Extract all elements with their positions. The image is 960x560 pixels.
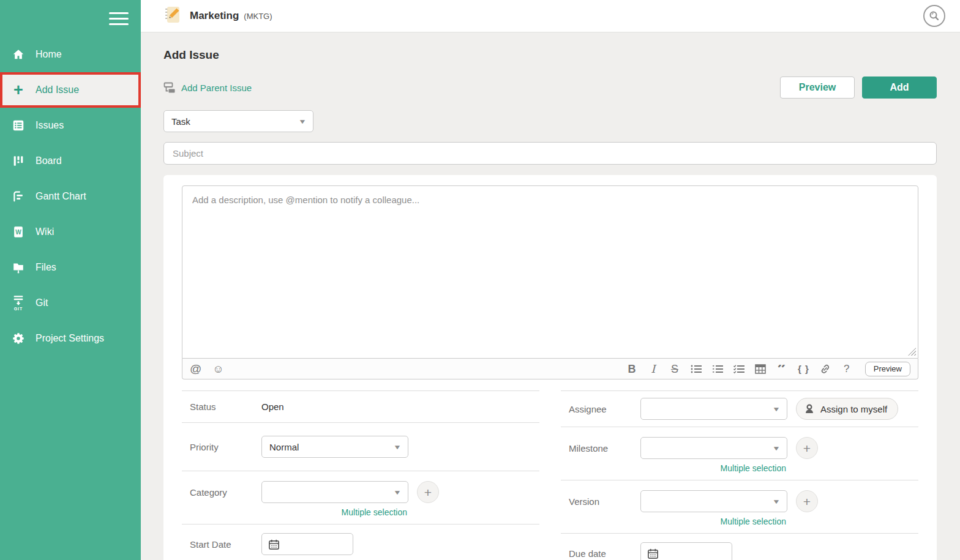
- due-date-input[interactable]: [640, 542, 732, 560]
- category-dropdown[interactable]: ▼: [261, 481, 408, 503]
- bold-icon[interactable]: B: [626, 364, 637, 375]
- assign-to-myself-label: Assign to myself: [820, 404, 887, 414]
- add-milestone-button[interactable]: +: [796, 437, 818, 459]
- subject-input[interactable]: [163, 142, 937, 165]
- issue-type-dropdown[interactable]: Task ▼: [163, 110, 313, 132]
- chevron-down-icon: ▼: [772, 445, 781, 452]
- sidebar-item-label: Board: [36, 155, 62, 166]
- status-label: Status: [190, 401, 261, 412]
- sidebar-item-home[interactable]: Home: [0, 37, 141, 72]
- fields-right-column: Assignee ▼ Assign to myself: [561, 390, 918, 560]
- calendar-icon: [268, 539, 280, 550]
- git-icon: GIT: [10, 295, 26, 311]
- emoji-icon[interactable]: ☺: [212, 364, 223, 375]
- code-braces-icon[interactable]: { }: [798, 364, 809, 373]
- version-label: Version: [569, 496, 640, 507]
- at-mention-icon[interactable]: @: [190, 363, 201, 375]
- main-area: Marketing (MKTG) Add Issue Add Parent Is…: [141, 0, 960, 560]
- assignee-row: Assignee ▼ Assign to myself: [561, 390, 918, 427]
- sidebar-nav: Home + Add Issue Issues Board: [0, 0, 141, 356]
- due-date-row: Due date: [561, 533, 918, 560]
- milestone-row: Milestone ▼ + Multiple selection: [561, 427, 918, 480]
- help-icon[interactable]: ?: [841, 364, 852, 374]
- folder-icon: [10, 259, 26, 275]
- checklist-icon[interactable]: [733, 364, 744, 374]
- category-label: Category: [190, 487, 261, 498]
- plus-icon: +: [10, 82, 26, 98]
- start-date-input[interactable]: [261, 533, 353, 555]
- search-button[interactable]: [923, 5, 945, 27]
- due-date-label: Due date: [569, 548, 640, 559]
- add-version-button[interactable]: +: [796, 490, 818, 512]
- add-button[interactable]: Add: [862, 77, 937, 99]
- editor-preview-button[interactable]: Preview: [865, 362, 910, 376]
- assignee-label: Assignee: [569, 404, 640, 414]
- chevron-down-icon: ▼: [772, 498, 781, 505]
- add-category-button[interactable]: +: [417, 481, 439, 503]
- editor-toolbar: @ ☺ B I S: [182, 359, 918, 379]
- git-icon-caption: GIT: [14, 307, 23, 311]
- fields-left-column: Status Open Priority Normal ▼: [182, 390, 539, 560]
- numbered-list-icon[interactable]: [712, 364, 723, 374]
- project-key: (MKTG): [244, 12, 272, 21]
- sidebar: Home + Add Issue Issues Board: [0, 0, 141, 560]
- category-row: Category ▼ + Multiple selection: [182, 471, 539, 524]
- gantt-chart-icon: [10, 189, 26, 204]
- sidebar-item-label: Home: [36, 49, 62, 60]
- chevron-down-icon: ▼: [393, 444, 402, 450]
- version-multiple-selection-link[interactable]: Multiple selection: [721, 517, 786, 526]
- bullet-list-icon[interactable]: [691, 364, 702, 374]
- sidebar-item-label: Files: [36, 262, 56, 273]
- project-title-group[interactable]: Marketing (MKTG): [163, 5, 272, 27]
- sidebar-item-wiki[interactable]: W Wiki: [0, 214, 141, 250]
- app-window: Home + Add Issue Issues Board: [0, 0, 960, 560]
- priority-label: Priority: [190, 442, 261, 452]
- start-date-label: Start Date: [190, 539, 261, 550]
- assign-to-myself-button[interactable]: Assign to myself: [796, 398, 898, 420]
- issue-type-value: Task: [171, 116, 190, 127]
- preview-button[interactable]: Preview: [780, 77, 855, 99]
- add-parent-issue-label: Add Parent Issue: [181, 83, 252, 93]
- sidebar-item-board[interactable]: Board: [0, 143, 141, 179]
- assignee-dropdown[interactable]: ▼: [640, 398, 787, 420]
- milestone-dropdown[interactable]: ▼: [640, 437, 787, 459]
- page-content: Add Issue Add Parent Issue Preview Add T…: [141, 32, 960, 560]
- sidebar-item-project-settings[interactable]: Project Settings: [0, 321, 141, 356]
- sidebar-item-files[interactable]: Files: [0, 250, 141, 285]
- magnifier-icon: [928, 10, 940, 22]
- milestone-multiple-selection-link[interactable]: Multiple selection: [721, 463, 786, 473]
- calendar-icon: [647, 548, 659, 559]
- strikethrough-icon[interactable]: S: [669, 364, 680, 375]
- category-multiple-selection-link[interactable]: Multiple selection: [342, 507, 407, 517]
- notepad-pencil-icon: [163, 5, 182, 27]
- issues-list-icon: [10, 118, 26, 133]
- chevron-down-icon: ▼: [393, 489, 402, 496]
- home-icon: [10, 47, 26, 62]
- priority-dropdown[interactable]: Normal ▼: [261, 436, 408, 458]
- table-icon[interactable]: [755, 364, 766, 374]
- blockquote-icon[interactable]: ”: [776, 365, 787, 373]
- version-dropdown[interactable]: ▼: [640, 490, 787, 512]
- description-textarea[interactable]: [182, 185, 918, 359]
- gear-icon: [10, 330, 26, 346]
- project-header: Marketing (MKTG): [141, 0, 960, 32]
- add-parent-issue-link[interactable]: Add Parent Issue: [163, 82, 252, 94]
- italic-icon[interactable]: I: [648, 364, 659, 375]
- wiki-page-icon: W: [10, 224, 26, 240]
- link-icon[interactable]: [820, 364, 831, 375]
- sidebar-item-gantt-chart[interactable]: Gantt Chart: [0, 179, 141, 214]
- sidebar-item-add-issue[interactable]: + Add Issue: [0, 72, 141, 108]
- parent-issue-icon: [163, 82, 176, 94]
- sidebar-item-git[interactable]: GIT Git: [0, 285, 141, 321]
- sidebar-item-label: Project Settings: [36, 333, 104, 344]
- version-row: Version ▼ + Multiple selection: [561, 480, 918, 533]
- chevron-down-icon: ▼: [298, 118, 307, 125]
- chevron-down-icon: ▼: [772, 406, 781, 413]
- priority-row: Priority Normal ▼: [182, 422, 539, 471]
- hamburger-menu-icon[interactable]: [109, 9, 129, 29]
- sidebar-item-label: Gantt Chart: [36, 191, 86, 202]
- sidebar-item-issues[interactable]: Issues: [0, 108, 141, 143]
- sidebar-item-label: Git: [36, 297, 48, 308]
- sidebar-item-label: Issues: [36, 120, 64, 131]
- issue-fields: Status Open Priority Normal ▼: [182, 390, 918, 560]
